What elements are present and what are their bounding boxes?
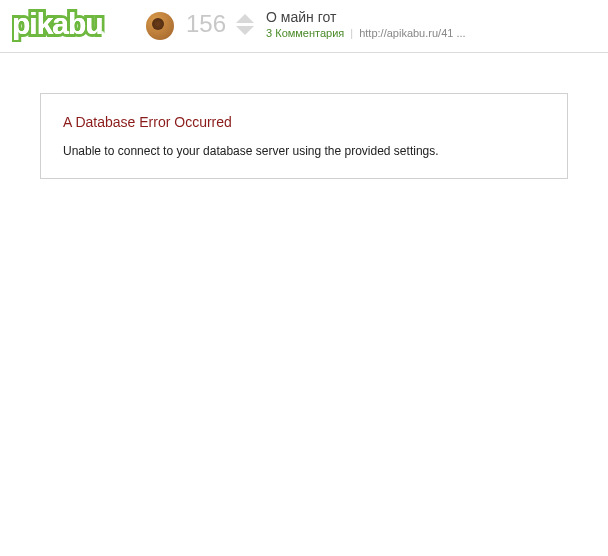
error-message: Unable to connect to your database serve… xyxy=(63,144,545,158)
post-meta: 3 Комментария | http://apikabu.ru/41 ... xyxy=(266,27,466,39)
svg-text:pikabu: pikabu xyxy=(12,7,103,40)
database-error-box: A Database Error Occurred Unable to conn… xyxy=(40,93,568,179)
upvote-button[interactable] xyxy=(236,14,254,23)
post-info: О майн гот 3 Комментария | http://apikab… xyxy=(266,9,466,39)
downvote-button[interactable] xyxy=(236,26,254,35)
site-logo[interactable]: pikabu pikabu xyxy=(12,6,174,42)
source-url-link[interactable]: http://apikabu.ru/41 ... xyxy=(359,27,465,39)
error-title: A Database Error Occurred xyxy=(63,114,545,130)
site-header: pikabu pikabu 156 О майн гот 3 Комментар… xyxy=(0,0,608,53)
logo-wordmark: pikabu pikabu xyxy=(12,6,150,42)
post-rating: 156 xyxy=(186,10,226,38)
comments-link[interactable]: 3 Комментария xyxy=(266,27,344,39)
cookie-icon xyxy=(146,12,174,40)
meta-separator: | xyxy=(350,27,353,39)
vote-controls xyxy=(236,14,254,35)
main-content: A Database Error Occurred Unable to conn… xyxy=(0,53,608,219)
post-title[interactable]: О майн гот xyxy=(266,9,466,25)
